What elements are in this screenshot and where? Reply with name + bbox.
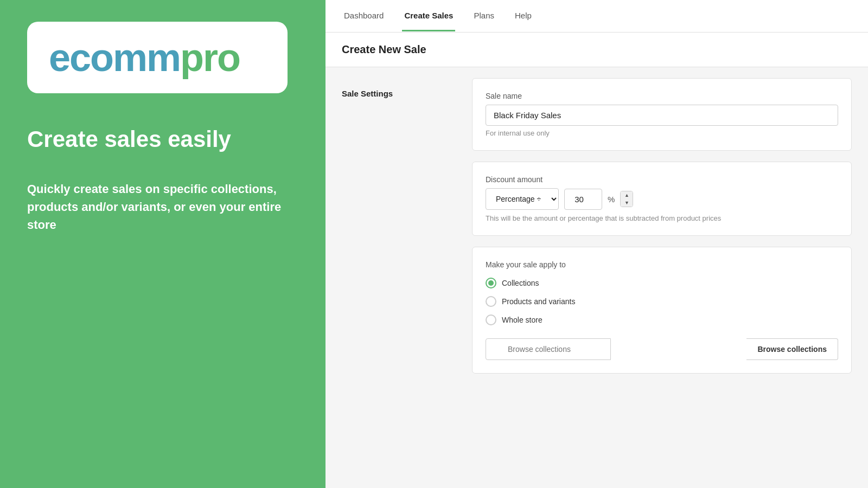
- radio-whole-store-label: Whole store: [502, 316, 542, 324]
- radio-collections-circle: [486, 278, 496, 288]
- nav-help[interactable]: Help: [513, 1, 534, 31]
- sale-name-card: Sale name For internal use only: [472, 78, 852, 151]
- discount-label: Discount amount: [486, 175, 838, 184]
- section-label: Sale Settings: [342, 78, 450, 374]
- sale-name-hint: For internal use only: [486, 129, 838, 137]
- logo: ecommpro: [49, 38, 266, 77]
- radio-products-circle: [486, 296, 496, 307]
- nav-plans[interactable]: Plans: [471, 1, 496, 31]
- radio-products-label: Products and variants: [502, 297, 575, 306]
- sale-name-input[interactable]: [486, 105, 838, 126]
- nav: Dashboard Create Sales Plans Help: [326, 0, 868, 33]
- nav-dashboard[interactable]: Dashboard: [342, 1, 386, 31]
- tagline-sub: Quickly create sales on specific collect…: [27, 180, 298, 234]
- spinner-up[interactable]: ▲: [621, 191, 633, 199]
- form-fields: Sale name For internal use only Discount…: [472, 78, 852, 374]
- tagline-main: Create sales easily: [27, 126, 298, 153]
- radio-collections-label: Collections: [502, 279, 539, 287]
- apply-to-label: Make your sale apply to: [486, 260, 838, 269]
- spinner-down[interactable]: ▼: [621, 199, 633, 207]
- browse-collections-button[interactable]: Browse collections: [746, 338, 838, 360]
- radio-products[interactable]: Products and variants: [486, 296, 838, 307]
- sale-name-label: Sale name: [486, 92, 838, 100]
- radio-whole-store-circle: [486, 314, 496, 325]
- logo-ecomm: ecomm: [49, 36, 180, 79]
- right-panel: Dashboard Create Sales Plans Help Create…: [326, 0, 868, 488]
- discount-type-select[interactable]: Percentage ÷ Fixed amount: [486, 188, 559, 210]
- main-content: Create New Sale Sale Settings Sale name …: [326, 33, 868, 488]
- left-panel: ecommpro Create sales easily Quickly cre…: [0, 0, 326, 488]
- form-section: Sale Settings Sale name For internal use…: [326, 78, 868, 374]
- radio-collections[interactable]: Collections: [486, 278, 838, 288]
- discount-value-input[interactable]: [564, 189, 602, 210]
- page-title: Create New Sale: [342, 43, 852, 56]
- discount-row: Percentage ÷ Fixed amount % ▲ ▼: [486, 188, 838, 210]
- logo-container: ecommpro: [27, 22, 288, 93]
- nav-create-sales[interactable]: Create Sales: [402, 1, 455, 31]
- logo-pro: pro: [180, 36, 240, 79]
- radio-whole-store[interactable]: Whole store: [486, 314, 838, 325]
- discount-card: Discount amount Percentage ÷ Fixed amoun…: [472, 162, 852, 236]
- browse-row: 🔍 Browse collections: [486, 338, 838, 360]
- search-wrapper: 🔍: [486, 338, 746, 360]
- page-header: Create New Sale: [326, 33, 868, 67]
- radio-group: Collections Products and variants Whole …: [486, 278, 838, 325]
- discount-hint: This will be the amount or percentage th…: [486, 214, 838, 222]
- discount-pct-label: %: [608, 195, 615, 204]
- apply-to-card: Make your sale apply to Collections Prod…: [472, 247, 852, 374]
- discount-spinner: ▲ ▼: [620, 191, 633, 207]
- browse-search-input[interactable]: [486, 338, 611, 360]
